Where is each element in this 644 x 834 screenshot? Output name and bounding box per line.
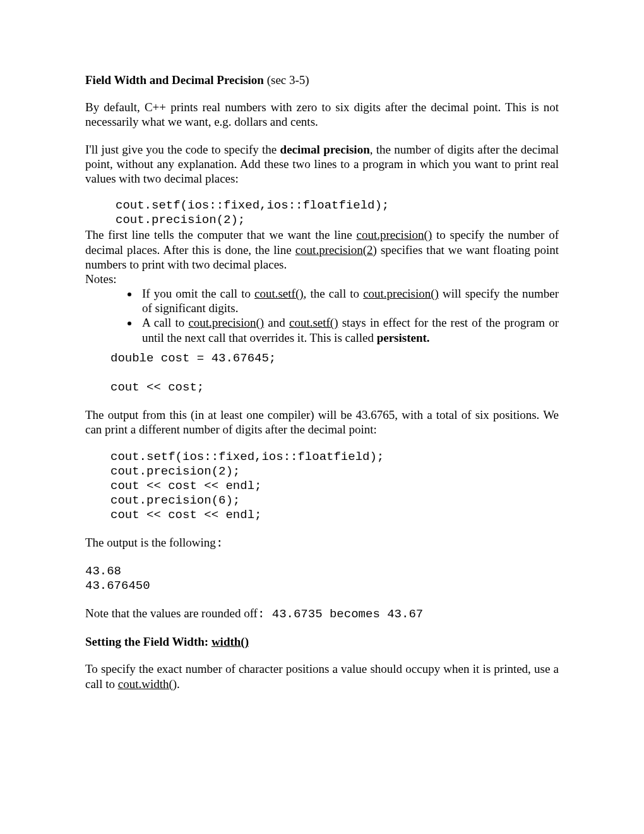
paragraph-intro: By default, C++ prints real numbers with… (85, 100, 559, 129)
ref-cout-precision-2: cout.precision(2) (295, 243, 377, 257)
text: I'll just give you the code to specify t… (85, 143, 280, 156)
term-persistent: persistent. (377, 331, 430, 344)
code-rounding-example: : 43.6735 becomes 43.67 (258, 607, 423, 621)
ref-cout-precision: cout.precision() (356, 228, 432, 241)
ref-cout-setf: cout.setf() (289, 316, 338, 329)
document-page: Field Width and Decimal Precision (sec 3… (0, 0, 644, 691)
notes-list: If you omit the call to cout.setf(), the… (85, 286, 559, 345)
page-title: Field Width and Decimal Precision (sec 3… (85, 73, 559, 87)
ref-cout-setf: cout.setf() (254, 287, 304, 300)
text: , the call to (304, 287, 364, 300)
notes-label: Notes: (85, 272, 559, 286)
paragraph-output-explain: The output from this (in at least one co… (85, 408, 559, 437)
text: If you omit the call to (142, 287, 254, 300)
text: . (177, 677, 180, 691)
ref-cout-precision: cout.precision() (188, 316, 264, 329)
text: Note that the values are rounded off (85, 607, 258, 620)
list-item: A call to cout.precision() and cout.setf… (139, 315, 559, 344)
text: A call to (142, 316, 188, 329)
ref-cout-width: cout.width() (118, 677, 177, 691)
text: and (264, 316, 289, 329)
text: The first line tells the computer that w… (85, 228, 356, 241)
code-setf-precision: cout.setf(ios::fixed,ios::floatfield); c… (85, 198, 559, 227)
code-precision-demo: cout.setf(ios::fixed,ios::floatfield); c… (85, 450, 559, 523)
text: The output is the following (85, 536, 216, 549)
paragraph-precision: I'll just give you the code to specify t… (85, 142, 559, 186)
title-bold: Field Width and Decimal Precision (85, 73, 264, 87)
paragraph-rounding: Note that the values are rounded off: 43… (85, 606, 559, 622)
ref-width: width() (212, 635, 249, 648)
output-values: 43.68 43.676450 (85, 564, 559, 593)
paragraph-width: To specify the exact number of character… (85, 662, 559, 691)
code-double-cost: double cost = 43.67645; cout << cost; (85, 351, 559, 396)
paragraph-output-label: The output is the following: (85, 535, 559, 551)
text: : (216, 536, 223, 550)
term-decimal-precision: decimal precision (280, 143, 370, 156)
text: Setting the Field Width: (85, 635, 212, 648)
list-item: If you omit the call to cout.setf(), the… (139, 286, 559, 315)
heading-field-width: Setting the Field Width: width() (85, 634, 559, 649)
paragraph-explain: The first line tells the computer that w… (85, 227, 559, 272)
ref-cout-precision: cout.precision() (363, 287, 439, 300)
title-rest: (sec 3-5) (264, 73, 309, 87)
